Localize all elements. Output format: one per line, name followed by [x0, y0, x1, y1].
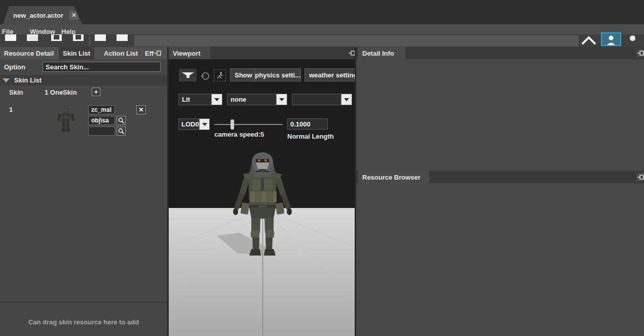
magnifier-icon [118, 117, 125, 124]
normal-length-label: Normal Length [287, 133, 334, 140]
tab-action-list[interactable]: Action List [100, 47, 142, 59]
folder-new-icon[interactable] [4, 34, 17, 43]
tab-resource-browser[interactable]: Resource Browser [358, 171, 429, 183]
folder-import-icon[interactable] [94, 34, 107, 43]
menu-help[interactable]: Help [61, 28, 75, 34]
folder-open-icon[interactable] [26, 34, 39, 43]
skin-list-panel: Option Skin List Skin 1 OneSkin + 1 [0, 59, 167, 336]
actor-person-icon [602, 33, 620, 45]
viewport-tabstrip: Viewport [169, 47, 356, 59]
tab-detail-info[interactable]: Detail Info [358, 47, 405, 59]
dropdown-arrow-button[interactable] [199, 119, 209, 130]
resource-browser-tabstrip: Resource Browser [356, 171, 644, 183]
menu-file[interactable]: File [2, 28, 13, 34]
tab-skin-list[interactable]: Skin List [59, 47, 94, 59]
skin-list-section-title: Skin List [14, 76, 42, 84]
drag-hint-text: Can drag skin resource here to add [0, 318, 167, 326]
collapse-triangle-icon[interactable] [3, 78, 10, 82]
detail-info-tabstrip: Detail Info [356, 47, 644, 59]
pin-icon [637, 50, 644, 57]
pin-icon [348, 50, 355, 57]
add-skin-button[interactable]: + [92, 88, 100, 96]
save-all-icon[interactable] [71, 34, 85, 43]
actor-editor-window: new_actor.actor ✕ File Window Help Resou… [0, 0, 644, 336]
chevron-down-icon [279, 98, 284, 101]
resource-browser-pin[interactable] [636, 173, 644, 181]
skin-label: Skin [9, 89, 23, 96]
lod-dropdown[interactable]: LOD0 [178, 118, 210, 130]
skin-extra-field[interactable] [88, 127, 115, 136]
chevron-down-icon [202, 123, 207, 126]
skin-name-field[interactable] [88, 105, 115, 114]
magnifier-icon [118, 128, 125, 135]
chevron-up-icon[interactable] [581, 35, 597, 46]
dropdown-arrow-button[interactable] [276, 94, 287, 105]
left-panel-tabstrip: Resource Detail Skin List Action List Ef… [0, 47, 167, 59]
character-model[interactable] [227, 151, 298, 257]
dropdown-arrow-button[interactable] [211, 94, 222, 105]
remove-skin-button[interactable]: ✕ [136, 105, 146, 114]
tab-resource-detail[interactable]: Resource Detail [0, 47, 58, 59]
save-icon[interactable] [50, 34, 63, 43]
show-button[interactable]: Show [230, 68, 257, 81]
menu-window[interactable]: Window [30, 28, 55, 34]
viewport-3d[interactable]: Show physics setti... weather setting Li… [169, 59, 356, 336]
camera-speed-slider-track[interactable] [214, 124, 283, 125]
viewport-right-separator[interactable] [355, 47, 356, 336]
actor-mode-button[interactable] [601, 32, 621, 46]
pin-icon [154, 50, 161, 57]
main-toolbar [0, 34, 644, 47]
dot-tool-icon[interactable] [630, 35, 635, 41]
resource-browser-panel [356, 183, 644, 336]
toolbar-separator [89, 35, 90, 46]
document-tab[interactable]: new_actor.actor ✕ [3, 6, 82, 24]
detail-info-panel [356, 59, 644, 171]
skin-list-section-header[interactable]: Skin List [0, 75, 167, 86]
animation-preview-button[interactable] [214, 69, 226, 81]
search-skin-input[interactable] [43, 62, 161, 72]
running-man-icon [216, 71, 224, 79]
camera-speed-label: camera speed:5 [214, 131, 264, 138]
chevron-down-icon [214, 98, 219, 101]
skin-item-index: 1 [9, 106, 13, 113]
weather-setting-button[interactable]: weather setting [305, 68, 356, 81]
camera-speed-slider-handle[interactable] [231, 119, 234, 130]
dropdown-arrow-button[interactable] [341, 94, 352, 105]
close-tab-icon[interactable]: ✕ [69, 11, 79, 20]
browse-path-button[interactable] [117, 116, 126, 125]
filter-menu-button[interactable] [179, 69, 197, 81]
browse-extra-button[interactable] [117, 127, 126, 136]
funnel-icon [181, 72, 195, 78]
debug-view-dropdown[interactable]: none [227, 94, 287, 105]
left-viewport-separator[interactable] [167, 47, 169, 336]
physics-setting-button[interactable]: physics setti... [254, 68, 301, 81]
menu-bar: File Window Help [0, 24, 644, 34]
refresh-button[interactable] [199, 69, 211, 81]
option-label: Option [4, 63, 25, 71]
detail-info-pin[interactable] [636, 49, 644, 57]
skin-thumbnail[interactable] [57, 107, 75, 135]
skin-count-value: 1 OneSkin [45, 89, 77, 96]
extra-dropdown[interactable] [292, 94, 352, 105]
refresh-icon [200, 70, 210, 80]
panel-divider [0, 302, 167, 303]
tab-viewport[interactable]: Viewport [169, 47, 210, 59]
chevron-down-icon [344, 98, 349, 101]
pin-icon [637, 174, 644, 181]
left-panel-pin[interactable] [154, 49, 162, 57]
toolbar-input-bar[interactable] [134, 35, 579, 47]
render-mode-dropdown[interactable]: Lit [178, 94, 222, 105]
document-tab-title: new_actor.actor [13, 12, 63, 19]
skin-path-field[interactable] [88, 116, 115, 125]
folder-export-icon[interactable] [116, 34, 129, 43]
normal-length-input[interactable] [287, 118, 328, 130]
